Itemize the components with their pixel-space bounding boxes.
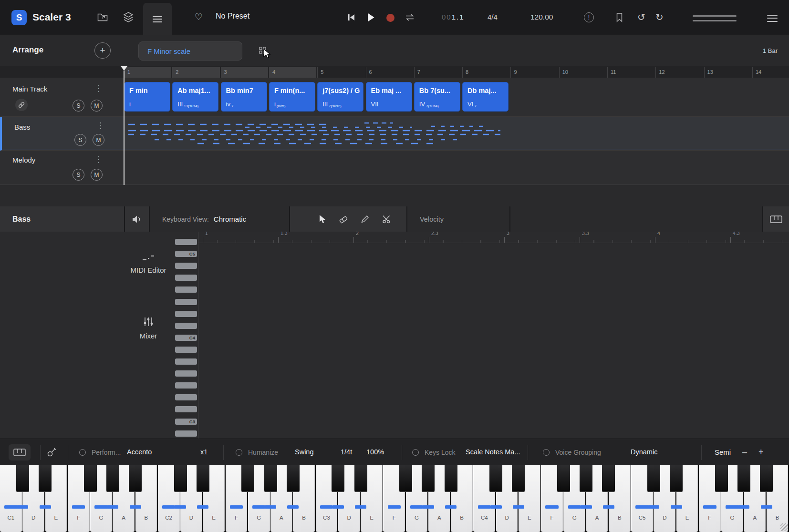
chord-block-4[interactable]: F min(n...i(no5) bbox=[269, 82, 315, 112]
keyboard-toggle[interactable] bbox=[763, 206, 789, 232]
pianoroll-key-C5[interactable]: C5 bbox=[175, 251, 197, 257]
pianoroll-key[interactable] bbox=[175, 239, 197, 245]
keys-lock-value[interactable]: Scale Notes Ma... bbox=[466, 448, 520, 456]
chord-block-6[interactable]: Eb maj ...VII bbox=[366, 82, 412, 112]
piano-key-Csharp3[interactable] bbox=[332, 465, 344, 492]
piano-key-Fsharp3[interactable] bbox=[399, 465, 412, 492]
pianoroll-key-C4[interactable]: C4 bbox=[175, 335, 197, 341]
piano-key-Asharp5[interactable] bbox=[760, 465, 773, 492]
timeline-bar-4[interactable]: 4 bbox=[269, 67, 316, 78]
pianoroll-key[interactable] bbox=[175, 286, 197, 293]
chord-block-3[interactable]: Bb min7iv7 bbox=[221, 82, 267, 112]
piano-key-Dsharp4[interactable] bbox=[512, 465, 525, 492]
semi-plus-button[interactable]: + bbox=[758, 447, 764, 457]
perform-toggle[interactable] bbox=[79, 449, 86, 456]
keys-lock-toggle[interactable] bbox=[412, 449, 419, 456]
favorite-heart-icon[interactable] bbox=[195, 11, 203, 22]
chord-block-7[interactable]: Bb 7(su...IV7(sus4) bbox=[414, 82, 460, 112]
piano-keyboard[interactable]: C1DEFGABC2DEFGABC3DEFGABC4DEFGABC5DEFGAB bbox=[0, 465, 789, 532]
piano-key-Asharp1[interactable] bbox=[129, 465, 142, 492]
timeline-bar-12[interactable]: 12 bbox=[655, 67, 703, 78]
bass-midi-clip[interactable] bbox=[126, 120, 512, 147]
timeline-bar-14[interactable]: 14 bbox=[752, 67, 789, 78]
track-menu-icon[interactable] bbox=[94, 154, 103, 164]
nav-mixer[interactable]: Mixer bbox=[115, 317, 182, 340]
perform-value[interactable]: Accento bbox=[127, 448, 152, 456]
piano-key-Csharp4[interactable] bbox=[489, 465, 502, 492]
humanize-toggle[interactable] bbox=[236, 449, 242, 456]
chord-block-8[interactable]: Db maj...VI7 bbox=[462, 82, 509, 112]
preview-segment[interactable] bbox=[125, 206, 149, 232]
solo-button[interactable]: S bbox=[74, 134, 86, 146]
scale-selector[interactable]: F Minor scale bbox=[138, 41, 242, 61]
track-menu-icon[interactable] bbox=[94, 83, 103, 93]
solo-button[interactable]: S bbox=[73, 100, 84, 112]
piano-key-Fsharp5[interactable] bbox=[715, 465, 728, 492]
bookmark-icon[interactable] bbox=[615, 12, 623, 22]
pianoroll-key[interactable] bbox=[175, 358, 197, 365]
piano-key-Dsharp3[interactable] bbox=[354, 465, 367, 492]
track-row-bass[interactable]: Bass S M bbox=[0, 117, 789, 151]
mute-button[interactable]: M bbox=[93, 134, 104, 146]
voice-grouping-toggle[interactable] bbox=[543, 449, 550, 456]
piano-key-Gsharp2[interactable] bbox=[264, 465, 277, 492]
humanize-value[interactable]: Swing bbox=[295, 448, 314, 456]
piano-key-Gsharp4[interactable] bbox=[580, 465, 592, 492]
instrument-icon[interactable] bbox=[47, 447, 57, 457]
solo-button[interactable]: S bbox=[73, 169, 84, 181]
timeline-ruler[interactable]: 1234567891011121314 bbox=[0, 66, 789, 78]
timeline-bar-9[interactable]: 9 bbox=[510, 67, 558, 78]
piano-key-Gsharp3[interactable] bbox=[422, 465, 435, 492]
pencil-tool-icon[interactable] bbox=[361, 215, 370, 224]
chord-block-1[interactable]: F mini bbox=[124, 82, 170, 112]
piano-key-Dsharp5[interactable] bbox=[670, 465, 683, 492]
keyboard-button[interactable] bbox=[9, 444, 31, 460]
scissors-tool-icon[interactable] bbox=[382, 215, 391, 224]
pianoroll-key[interactable] bbox=[175, 382, 197, 389]
piano-key-Fsharp4[interactable] bbox=[557, 465, 570, 492]
mute-button[interactable]: M bbox=[91, 169, 103, 181]
semi-label[interactable]: Semi bbox=[715, 448, 731, 456]
track-menu-icon[interactable] bbox=[96, 121, 104, 131]
piano-key-Fsharp2[interactable] bbox=[241, 465, 254, 492]
pianoroll-key[interactable] bbox=[175, 406, 197, 412]
humanize-amount[interactable]: 100% bbox=[366, 448, 384, 456]
record-button[interactable] bbox=[386, 14, 394, 22]
music-folder-icon[interactable] bbox=[97, 12, 108, 22]
pianoroll-key-C3[interactable]: C3 bbox=[175, 419, 197, 425]
redo-icon[interactable] bbox=[655, 11, 664, 23]
volume-slider[interactable] bbox=[693, 15, 737, 25]
timeline-bar-2[interactable]: 2 bbox=[172, 67, 219, 78]
pianoroll-key[interactable] bbox=[175, 430, 197, 437]
eraser-tool-icon[interactable] bbox=[339, 215, 348, 224]
arrange-view-tab[interactable] bbox=[143, 3, 172, 35]
velocity-segment[interactable]: Velocity bbox=[407, 206, 509, 232]
timeline-bar-10[interactable]: 10 bbox=[559, 67, 606, 78]
timeline-bar-8[interactable]: 8 bbox=[462, 67, 509, 78]
pianoroll-key[interactable] bbox=[175, 263, 197, 269]
piano-key-Asharp4[interactable] bbox=[602, 465, 615, 492]
chord-block-2[interactable]: Ab maj1...III13(sus4) bbox=[172, 82, 218, 112]
timeline-bar-5[interactable]: 5 bbox=[317, 67, 364, 78]
piano-key-Asharp3[interactable] bbox=[445, 465, 457, 492]
bpm-value[interactable]: 120.00 bbox=[530, 13, 553, 21]
cursor-tool-icon[interactable] bbox=[318, 215, 326, 224]
track-row-main[interactable]: Main Track S M F miniAb maj1...III13(sus… bbox=[0, 78, 789, 117]
midi-editor-panel[interactable]: 11.322.333.344.3 MIDI Editor Mixer C5C4C… bbox=[0, 232, 789, 439]
layers-icon[interactable] bbox=[123, 11, 134, 23]
voice-grouping-value[interactable]: Dynamic bbox=[631, 448, 657, 456]
track-name[interactable]: Bass bbox=[14, 123, 30, 131]
play-button[interactable] bbox=[366, 12, 375, 22]
piano-key-Fsharp1[interactable] bbox=[84, 465, 97, 492]
pianoroll-key[interactable] bbox=[175, 347, 197, 353]
track-row-melody[interactable]: Melody S M bbox=[0, 151, 789, 185]
link-icon[interactable] bbox=[15, 99, 28, 111]
timeline-bar-3[interactable]: 3 bbox=[221, 67, 268, 78]
add-section-button[interactable] bbox=[94, 42, 111, 59]
timeline-bar-7[interactable]: 7 bbox=[414, 67, 461, 78]
timeline-bar-11[interactable]: 11 bbox=[607, 67, 654, 78]
bar-length-selector[interactable]: 1 Bar bbox=[763, 47, 778, 54]
chord-block-5[interactable]: j7(sus2) / GIII7(sus2) bbox=[317, 82, 363, 112]
nav-midi-editor[interactable]: MIDI Editor bbox=[115, 255, 182, 274]
piano-key-Dsharp2[interactable] bbox=[197, 465, 209, 492]
